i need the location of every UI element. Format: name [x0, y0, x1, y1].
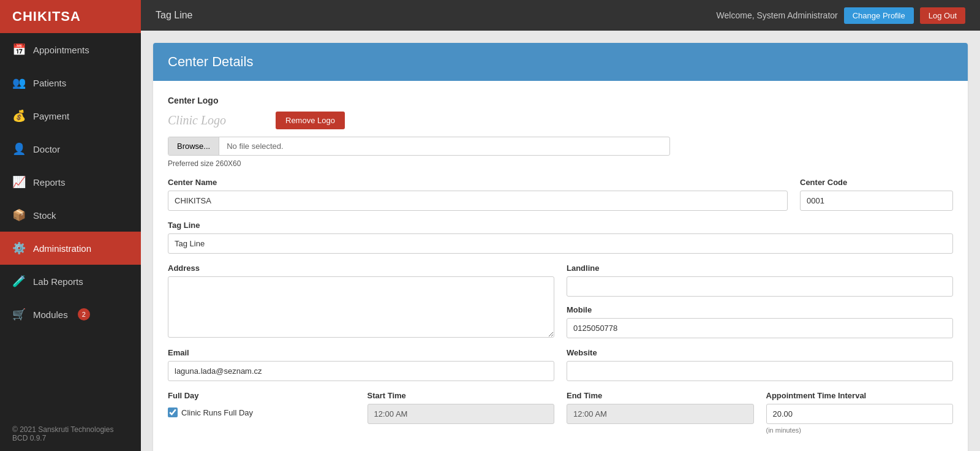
- mobile-input[interactable]: [567, 318, 953, 338]
- contact-col: Landline Mobile: [567, 263, 953, 338]
- lab-reports-icon: 🧪: [12, 275, 26, 288]
- center-name-input[interactable]: [168, 191, 788, 211]
- sidebar-item-label: Payment: [33, 111, 69, 121]
- logout-button[interactable]: Log Out: [920, 7, 965, 24]
- email-col: Email: [168, 348, 554, 381]
- start-time-label: Start Time: [368, 391, 555, 400]
- appointment-interval-hint: (in minutes): [766, 426, 954, 434]
- topbar-tagline: Tag Line: [156, 10, 193, 21]
- website-group: Website: [567, 348, 953, 381]
- administration-icon: ⚙️: [12, 241, 26, 255]
- mobile-label: Mobile: [567, 305, 953, 314]
- sidebar-item-reports[interactable]: 📈 Reports: [0, 165, 141, 199]
- sidebar-item-lab-reports[interactable]: 🧪 Lab Reports: [0, 265, 141, 298]
- sidebar-item-label: Doctor: [33, 144, 60, 154]
- welcome-message: Welcome, System Administrator: [717, 10, 838, 20]
- sidebar-item-modules[interactable]: 🛒 Modules 2: [0, 298, 141, 331]
- modules-badge: 2: [78, 308, 90, 320]
- center-name-label: Center Name: [168, 178, 788, 187]
- topbar-right: Welcome, System Administrator Change Pro…: [717, 7, 965, 24]
- mobile-group: Mobile: [567, 305, 953, 338]
- address-group: Address: [168, 263, 554, 338]
- page-title: Center Details: [168, 54, 953, 70]
- file-input-row: Browse... No file selected.: [168, 137, 670, 156]
- sidebar-item-label: Appointments: [33, 45, 89, 55]
- file-name-display: No file selected.: [219, 137, 669, 155]
- landline-label: Landline: [567, 263, 953, 273]
- landline-group: Landline: [567, 263, 953, 297]
- tag-line-input[interactable]: [168, 233, 953, 254]
- sidebar-item-label: Lab Reports: [33, 276, 83, 287]
- card-body: Center Logo Clinic Logo Remove Logo Brow…: [153, 81, 968, 451]
- doctor-icon: 👤: [12, 142, 26, 156]
- sidebar: CHIKITSA 📅 Appointments 👥 Patients 💰 Pay…: [0, 0, 141, 451]
- center-code-input[interactable]: [800, 191, 953, 211]
- remove-logo-button[interactable]: Remove Logo: [276, 112, 345, 129]
- email-input[interactable]: [168, 361, 554, 381]
- sidebar-item-label: Modules: [33, 309, 68, 320]
- stock-icon: 📦: [12, 208, 26, 222]
- browse-button[interactable]: Browse...: [168, 137, 219, 155]
- end-time-label: End Time: [567, 391, 754, 400]
- center-name-group: Center Name: [168, 178, 788, 211]
- email-group: Email: [168, 348, 554, 381]
- tag-line-label: Tag Line: [168, 221, 953, 230]
- landline-input[interactable]: [567, 276, 953, 297]
- appointment-interval-label: Appointment Time Interval: [766, 391, 954, 400]
- card-header: Center Details: [153, 43, 968, 81]
- content-area: Center Details Center Logo Clinic Logo R…: [141, 31, 980, 451]
- start-time-input[interactable]: [368, 404, 555, 424]
- center-logo-label: Center Logo: [168, 96, 953, 105]
- preferred-size-text: Preferred size 260X60: [168, 159, 953, 168]
- end-time-group: End Time: [567, 391, 754, 424]
- email-label: Email: [168, 348, 554, 357]
- center-code-label: Center Code: [800, 178, 953, 187]
- name-code-row: Center Name Center Code: [168, 178, 953, 211]
- main-area: Tag Line Welcome, System Administrator C…: [141, 0, 980, 451]
- sidebar-item-label: Stock: [33, 210, 56, 221]
- sidebar-item-label: Administration: [33, 243, 91, 254]
- schedule-row: Full Day Clinic Runs Full Day Start Time…: [168, 391, 953, 434]
- sidebar-item-doctor[interactable]: 👤 Doctor: [0, 132, 141, 165]
- version-text: BCD 0.9.7: [12, 434, 129, 442]
- reports-icon: 📈: [12, 175, 26, 189]
- start-time-group: Start Time: [368, 391, 555, 424]
- sidebar-footer: © 2021 Sanskruti Technologies BCD 0.9.7: [0, 417, 141, 451]
- appointments-icon: 📅: [12, 43, 26, 56]
- appointment-interval-group: Appointment Time Interval (in minutes): [766, 391, 954, 434]
- patients-icon: 👥: [12, 76, 26, 89]
- full-day-group: Full Day Clinic Runs Full Day: [168, 391, 355, 417]
- copyright-text: © 2021 Sanskruti Technologies: [12, 425, 129, 434]
- sidebar-item-payment[interactable]: 💰 Payment: [0, 99, 141, 132]
- sidebar-item-label: Reports: [33, 177, 66, 188]
- sidebar-item-administration[interactable]: ⚙️ Administration: [0, 232, 141, 265]
- email-website-row: Email Website: [168, 348, 953, 381]
- sidebar-item-stock[interactable]: 📦 Stock: [0, 199, 141, 232]
- center-code-group: Center Code: [800, 178, 953, 211]
- sidebar-item-appointments[interactable]: 📅 Appointments: [0, 33, 141, 66]
- address-textarea[interactable]: [168, 276, 554, 338]
- address-col: Address: [168, 263, 554, 338]
- full-day-checkbox-label[interactable]: Clinic Runs Full Day: [168, 407, 355, 417]
- clinic-logo-placeholder: Clinic Logo: [168, 113, 266, 127]
- sidebar-item-label: Patients: [33, 78, 66, 88]
- website-input[interactable]: [567, 361, 953, 381]
- full-day-checkbox[interactable]: [168, 407, 178, 417]
- logo-area: Clinic Logo Remove Logo: [168, 112, 953, 129]
- topbar: Tag Line Welcome, System Administrator C…: [141, 0, 980, 31]
- address-label: Address: [168, 263, 554, 273]
- full-day-label: Full Day: [168, 391, 355, 400]
- center-details-card: Center Details Center Logo Clinic Logo R…: [153, 43, 968, 451]
- brand-logo: CHIKITSA: [0, 0, 141, 33]
- modules-icon: 🛒: [12, 308, 26, 321]
- website-label: Website: [567, 348, 953, 357]
- tag-line-group: Tag Line: [168, 221, 953, 254]
- appointment-interval-input[interactable]: [766, 404, 954, 424]
- change-profile-button[interactable]: Change Profile: [844, 7, 914, 24]
- full-day-checkbox-text: Clinic Runs Full Day: [181, 408, 253, 417]
- sidebar-item-patients[interactable]: 👥 Patients: [0, 66, 141, 99]
- payment-icon: 💰: [12, 109, 26, 123]
- website-col: Website: [567, 348, 953, 381]
- address-contact-row: Address Landline Mobile: [168, 263, 953, 338]
- end-time-input[interactable]: [567, 404, 754, 424]
